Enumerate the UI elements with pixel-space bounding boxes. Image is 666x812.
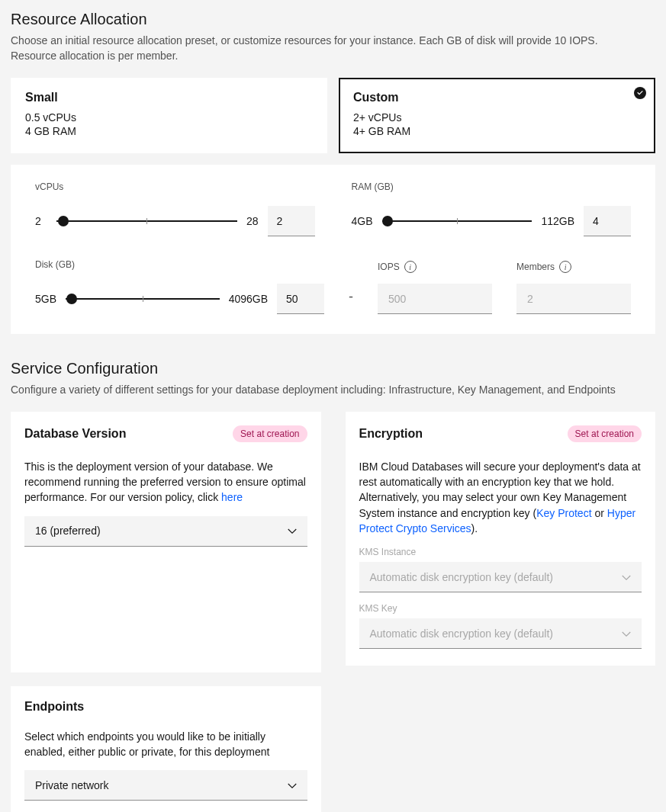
info-icon[interactable]: i [404,261,417,273]
info-icon[interactable]: i [559,261,571,273]
endpoints-value: Private network [35,779,108,791]
preset-custom-ram: 4+ GB RAM [353,124,641,139]
iops-label: IOPS [378,262,400,272]
preset-custom-cpu: 2+ vCPUs [353,111,641,125]
vcpu-min: 2 [35,215,47,227]
service-config-title: Service Configuration [11,360,655,377]
members-label: Members [516,262,555,272]
vcpu-value-input[interactable] [268,206,315,236]
preset-custom[interactable]: Custom 2+ vCPUs 4+ GB RAM [339,78,655,154]
ram-label: RAM (GB) [352,181,632,192]
endpoints-title: Endpoints [24,700,84,714]
version-policy-link[interactable]: here [221,491,243,503]
vcpu-max: 28 [246,215,259,227]
db-version-text: This is the deployment version of your d… [24,459,307,505]
preset-custom-title: Custom [353,91,641,104]
db-version-select[interactable]: 16 (preferred) [24,516,307,547]
ram-block: RAM (GB) 4GB 112GB [352,181,632,236]
ram-slider[interactable] [382,220,532,222]
resource-allocation-title: Resource Allocation [11,11,655,28]
service-config-desc: Configure a variety of different setting… [11,382,644,397]
db-version-value: 16 (preferred) [35,525,101,537]
database-version-card: Database Version Set at creation This is… [11,412,321,672]
disk-block: Disk (GB) 5GB 4096GB [35,259,324,314]
kms-instance-label: KMS Instance [359,547,642,557]
vcpu-slider[interactable] [56,220,237,222]
preset-small-cpu: 0.5 vCPUs [25,111,313,125]
ram-max: 112GB [541,215,574,227]
disk-max: 4096GB [229,293,268,305]
db-version-title: Database Version [24,427,126,441]
checkmark-icon [634,87,646,99]
kms-key-select[interactable]: Automatic disk encryption key (default) [359,618,642,649]
encryption-card: Encryption Set at creation IBM Cloud Dat… [346,412,656,666]
key-protect-link[interactable]: Key Protect [536,507,591,519]
ram-value-input[interactable] [584,206,631,236]
kms-key-label: KMS Key [359,603,642,614]
encryption-title: Encryption [359,427,423,441]
preset-row: Small 0.5 vCPUs 4 GB RAM Custom 2+ vCPUs… [11,78,655,154]
set-at-creation-badge: Set at creation [233,425,307,442]
chevron-down-icon [622,571,631,583]
endpoints-select[interactable]: Private network [24,770,307,801]
dash-separator: - [349,289,353,314]
endpoints-text: Select which endpoints you would like to… [24,729,307,760]
disk-label: Disk (GB) [35,259,324,270]
custom-resource-panel: vCPUs 2 28 RAM (GB) 4GB 112GB [11,165,655,334]
vcpu-block: vCPUs 2 28 [35,181,315,236]
iops-block: IOPS i [378,261,492,314]
chevron-down-icon [622,627,631,640]
set-at-creation-badge: Set at creation [568,425,642,442]
disk-slider[interactable] [66,298,220,300]
endpoints-card: Endpoints Select which endpoints you wou… [11,686,321,812]
kms-key-value: Automatic disk encryption key (default) [370,627,553,640]
disk-min: 5GB [35,293,56,305]
encryption-text: IBM Cloud Databases will secure your dep… [359,459,642,536]
preset-small-ram: 4 GB RAM [25,124,313,139]
preset-small-title: Small [25,91,313,104]
members-block: Members i [516,261,631,314]
resource-allocation-desc: Choose an initial resource allocation pr… [11,33,644,64]
chevron-down-icon [288,779,297,791]
iops-value [378,284,492,314]
preset-small[interactable]: Small 0.5 vCPUs 4 GB RAM [11,78,327,154]
chevron-down-icon [288,525,297,537]
kms-instance-value: Automatic disk encryption key (default) [370,571,553,583]
ram-min: 4GB [352,215,373,227]
kms-instance-select[interactable]: Automatic disk encryption key (default) [359,562,642,592]
members-value [516,284,631,314]
vcpu-label: vCPUs [35,181,315,192]
disk-value-input[interactable] [277,284,324,314]
